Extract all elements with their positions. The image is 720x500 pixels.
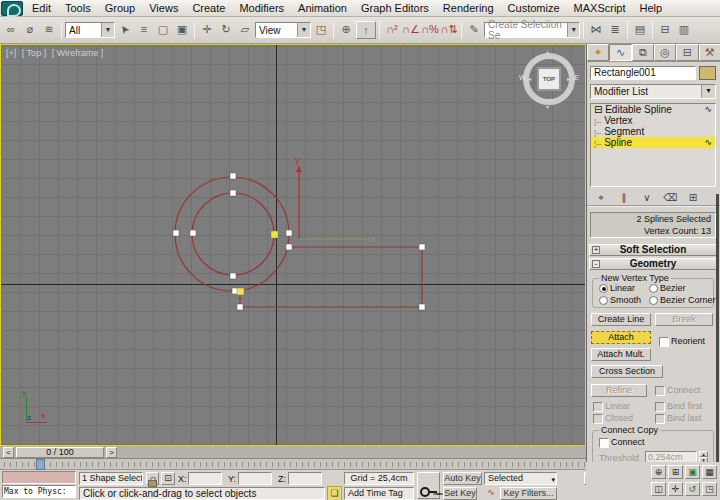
viewport-menu-pov[interactable]: [ Top ] [22, 48, 46, 58]
layer-manager-icon[interactable]: ▤ [631, 21, 649, 39]
time-slider[interactable]: < 0 / 100 > [0, 446, 586, 459]
viewcube-arrow-up-icon[interactable]: ▴ [546, 48, 549, 55]
menu-group[interactable]: Group [98, 1, 143, 15]
zoom-all-icon[interactable]: ⊞ [668, 465, 683, 479]
viewcube-top-face[interactable]: TOP [537, 67, 561, 91]
connect-copy-checkbox[interactable]: Connect [599, 437, 645, 448]
menu-graph-editors[interactable]: Graph Editors [354, 1, 436, 15]
viewcube[interactable]: TOP W E ▴ ▾ ◂ ▸ [520, 50, 578, 108]
spline-shapes[interactable]: yx [1, 45, 585, 445]
viewport-top[interactable]: yx [+] [ Top ] [ Wireframe ] TOP W E ▴ ▾… [0, 44, 586, 446]
menu-modifiers[interactable]: Modifiers [232, 1, 291, 15]
time-slider-handle[interactable]: 0 / 100 [16, 447, 104, 458]
zoom-region-icon[interactable]: ◫ [651, 482, 666, 496]
stack-row-editable-spline[interactable]: ⊟ Editable Spline ∿ [591, 104, 715, 115]
menu-customize[interactable]: Customize [501, 1, 567, 15]
scene-explorer-icon[interactable]: ⊟ [656, 21, 674, 39]
select-object-icon[interactable]: ➤ [116, 21, 134, 39]
key-selection-set-dropdown[interactable]: Selected ▾ [484, 472, 557, 485]
use-pivot-point-icon[interactable]: ◳ [312, 21, 330, 39]
attach-button[interactable]: Attach [591, 331, 651, 344]
tab-display-icon[interactable]: ⊟ [676, 44, 698, 61]
viewcube-west-label[interactable]: W [519, 74, 526, 81]
menu-maxscript[interactable]: MAXScript [567, 1, 633, 15]
select-and-rotate-icon[interactable]: ↻ [217, 21, 235, 39]
zoom-icon[interactable]: ⊕ [651, 465, 666, 479]
maxscript-mini-listener-macro[interactable] [2, 471, 76, 484]
time-slider-next-button[interactable]: > [106, 447, 117, 458]
refine-button[interactable]: Refine [591, 384, 647, 397]
rollout-soft-selection[interactable]: + Soft Selection [589, 244, 717, 256]
stack-row-vertex[interactable]: ¦-- Vertex [591, 115, 715, 126]
selection-lock-toggle[interactable] [146, 472, 159, 485]
viewcube-arrow-right-icon[interactable]: ▸ [567, 75, 570, 82]
rectangular-selection-region-icon[interactable]: ▢ [154, 21, 172, 39]
bind-first-checkbox[interactable]: Bind first [655, 401, 702, 412]
x-coordinate-field[interactable] [188, 472, 222, 485]
rollout-geometry[interactable]: - Geometry [589, 258, 717, 270]
select-and-link-icon[interactable]: ∞ [2, 21, 20, 39]
radio-smooth[interactable]: Smooth [599, 295, 641, 306]
keyboard-override-icon[interactable]: ↑ [356, 21, 376, 39]
z-coordinate-field[interactable] [288, 472, 322, 485]
chevron-down-icon[interactable]: ▾ [567, 23, 579, 37]
show-end-result-icon[interactable]: ∥ [617, 192, 631, 203]
tab-motion-icon[interactable]: ◎ [654, 44, 676, 61]
window-crossing-icon[interactable]: ▣ [173, 21, 191, 39]
maxscript-mini-listener-output[interactable]: Max to Physc: [2, 485, 76, 498]
create-line-button[interactable]: Create Line [591, 313, 651, 326]
radio-bezier-corner[interactable]: Bezier Corner [649, 295, 716, 306]
tab-hierarchy-icon[interactable]: ⧉ [632, 44, 654, 61]
viewcube-arrow-left-icon[interactable]: ◂ [528, 75, 531, 82]
select-by-name-icon[interactable]: ≡ [135, 21, 153, 39]
app-logo-icon[interactable] [1, 1, 23, 16]
bind-to-space-warp-icon[interactable]: ≋ [40, 21, 58, 39]
y-coordinate-field[interactable] [238, 472, 272, 485]
menu-views[interactable]: Views [142, 1, 185, 15]
unlink-selection-icon[interactable]: ⌀ [21, 21, 39, 39]
bind-last-checkbox[interactable]: Bind last [655, 413, 702, 424]
time-slider-prev-button[interactable]: < [3, 447, 14, 458]
stack-row-spline-selected[interactable]: ¦-- Spline ∿ [591, 137, 715, 148]
isolate-selection-icon[interactable]: ❏ [327, 486, 342, 500]
material-editor-icon[interactable]: ▥ [675, 21, 693, 39]
menu-tools[interactable]: Tools [58, 1, 98, 15]
angle-snap-icon[interactable]: ∩∠ [402, 21, 420, 39]
current-frame-marker[interactable] [36, 459, 45, 470]
mirror-icon[interactable]: ⋈ [587, 21, 605, 39]
set-key-button[interactable]: Set Key [443, 487, 477, 500]
closed-checkbox[interactable]: Closed [593, 413, 633, 424]
connect-checkbox[interactable]: Connect [655, 385, 701, 396]
reorient-checkbox[interactable]: Reorient [659, 336, 705, 347]
set-keys-button[interactable] [417, 472, 440, 499]
selection-filter-dropdown[interactable]: All ▾ [65, 22, 115, 38]
stack-row-segment[interactable]: ¦-- Segment [591, 126, 715, 137]
maximize-viewport-icon[interactable]: ◳ [702, 482, 717, 496]
track-bar[interactable] [0, 459, 586, 470]
zoom-extents-all-icon[interactable]: ▦ [702, 465, 717, 479]
chevron-down-icon[interactable]: ▾ [701, 85, 715, 98]
chevron-down-icon[interactable]: ▾ [551, 474, 555, 485]
select-and-move-icon[interactable]: ✛ [198, 21, 216, 39]
menu-edit[interactable]: Edit [25, 1, 58, 15]
menu-rendering[interactable]: Rendering [436, 1, 501, 15]
tab-modify-icon[interactable]: ∿ [609, 44, 631, 61]
make-unique-icon[interactable]: ∨ [640, 192, 654, 203]
zoom-extents-icon[interactable]: ▣ [685, 465, 700, 479]
select-and-scale-icon[interactable]: ▱ [236, 21, 254, 39]
absolute-offset-mode-toggle[interactable]: ⊡ [161, 472, 175, 485]
viewport-menu-general[interactable]: [+] [6, 48, 16, 58]
radio-bezier[interactable]: Bezier [649, 283, 686, 294]
cross-section-button[interactable]: Cross Section [591, 365, 663, 378]
chevron-down-icon[interactable]: ▾ [101, 23, 114, 37]
remove-modifier-icon[interactable]: ⌫ [663, 192, 677, 203]
menu-animation[interactable]: Animation [291, 1, 354, 15]
snap-toggle-icon[interactable]: ∩² [383, 21, 401, 39]
collapse-icon[interactable]: ⊟ [594, 104, 602, 115]
radio-linear[interactable]: Linear [599, 283, 635, 294]
threshold-field[interactable]: 0,254cm [645, 451, 697, 462]
percent-snap-icon[interactable]: ∩% [421, 21, 439, 39]
linear-checkbox[interactable]: Linear [593, 401, 630, 412]
key-filter-curve-icon[interactable]: ∿ [484, 487, 498, 497]
spinner-snap-icon[interactable]: ∩⇅ [440, 21, 458, 39]
